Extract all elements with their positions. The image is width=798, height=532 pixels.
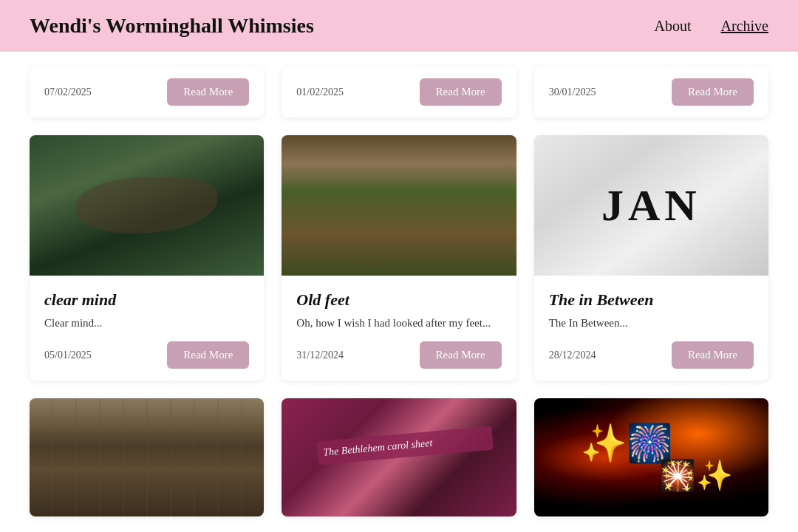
card-body-clear-mind: clear mind Clear mind... 05/01/2025 Read…: [30, 276, 264, 381]
read-more-button-clear-mind[interactable]: Read More: [167, 341, 249, 369]
read-more-button-in-between[interactable]: Read More: [672, 341, 754, 369]
card-in-between: The in Between The In Between... 28/12/2…: [534, 135, 768, 381]
card-carol-sheet: [282, 398, 516, 516]
partial-date-1: 07/02/2025: [44, 86, 92, 98]
site-title[interactable]: Wendi's Worminghall Whimsies: [30, 14, 314, 38]
card-excerpt-old-feet: Oh, how I wish I had looked after my fee…: [296, 317, 501, 330]
card-image-clear-mind: [30, 135, 264, 276]
partial-date-3: 30/01/2025: [549, 86, 596, 98]
cards-grid: clear mind Clear mind... 05/01/2025 Read…: [30, 135, 768, 516]
card-title-in-between: The in Between: [549, 290, 754, 310]
card-date-old-feet: 31/12/2024: [296, 349, 344, 361]
read-more-button-top-1[interactable]: Read More: [167, 78, 249, 106]
card-image-old-feet: [282, 135, 516, 276]
card-image-carol-sheet: [282, 398, 516, 516]
main-content: 07/02/2025 Read More 01/02/2025 Read Mor…: [0, 52, 798, 531]
card-footer-clear-mind: 05/01/2025 Read More: [44, 341, 249, 369]
partial-card-3: 30/01/2025 Read More: [534, 66, 768, 117]
card-title-clear-mind: clear mind: [44, 290, 249, 310]
card-train-station: [30, 398, 264, 516]
partial-card-2: 01/02/2025 Read More: [282, 66, 516, 117]
card-fireworks: [534, 398, 768, 516]
card-title-old-feet: Old feet: [296, 290, 501, 310]
partial-date-2: 01/02/2025: [296, 86, 344, 98]
main-nav: About Archive: [655, 18, 768, 35]
read-more-button-top-3[interactable]: Read More: [672, 78, 754, 106]
read-more-button-top-2[interactable]: Read More: [420, 78, 502, 106]
card-excerpt-in-between: The In Between...: [549, 317, 754, 330]
card-excerpt-clear-mind: Clear mind...: [44, 317, 249, 330]
nav-about[interactable]: About: [655, 18, 692, 35]
card-image-in-between: [534, 135, 768, 276]
read-more-button-old-feet[interactable]: Read More: [420, 341, 502, 369]
card-image-fireworks: [534, 398, 768, 516]
card-footer-old-feet: 31/12/2024 Read More: [296, 341, 501, 369]
site-header: Wendi's Worminghall Whimsies About Archi…: [0, 0, 798, 52]
card-old-feet: Old feet Oh, how I wish I had looked aft…: [282, 135, 516, 381]
card-footer-in-between: 28/12/2024 Read More: [549, 341, 754, 369]
card-body-in-between: The in Between The In Between... 28/12/2…: [534, 276, 768, 381]
partial-card-1: 07/02/2025 Read More: [30, 66, 264, 117]
card-date-clear-mind: 05/01/2025: [44, 349, 92, 361]
card-date-in-between: 28/12/2024: [549, 349, 596, 361]
card-clear-mind: clear mind Clear mind... 05/01/2025 Read…: [30, 135, 264, 381]
card-image-train-station: [30, 398, 264, 516]
top-partial-row: 07/02/2025 Read More 01/02/2025 Read Mor…: [30, 66, 768, 117]
card-body-old-feet: Old feet Oh, how I wish I had looked aft…: [282, 276, 516, 381]
nav-archive[interactable]: Archive: [721, 18, 768, 35]
